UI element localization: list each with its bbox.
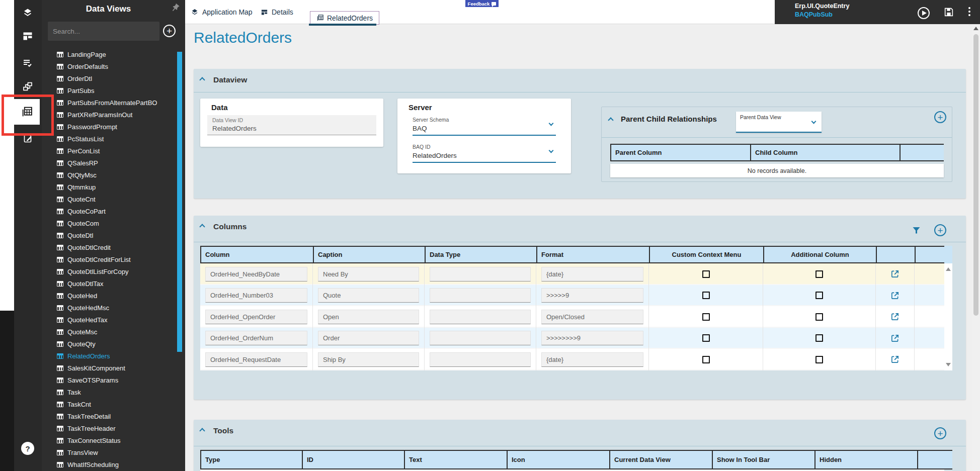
sidebar-item[interactable]: QuoteCom: [42, 217, 177, 229]
sidebar-item[interactable]: QuoteDtlCreditForList: [42, 253, 177, 265]
sidebar-item[interactable]: TaxConnectStatus: [42, 434, 177, 446]
data-type-cell[interactable]: [430, 352, 531, 367]
collapse-chevron-icon[interactable]: [199, 77, 205, 82]
column-header[interactable]: Format: [536, 246, 649, 263]
sidebar-item[interactable]: TaskCnt: [42, 398, 177, 410]
tab-relatedorders-active[interactable]: RelatedOrders: [310, 11, 379, 25]
data-views-rail-button-active[interactable]: [14, 99, 40, 125]
add-tool-button[interactable]: +: [934, 427, 946, 439]
sidebar-item[interactable]: QuoteCoPart: [42, 205, 177, 217]
sidebar-item[interactable]: LandingPage: [42, 48, 177, 60]
format-cell[interactable]: {date}: [541, 352, 643, 367]
column-cell[interactable]: OrderHed_Number03: [205, 288, 307, 303]
table-row[interactable]: OrderHed_OrderNum Order >>>>>>>>9: [200, 328, 944, 349]
list-check-icon[interactable]: [22, 57, 34, 69]
data-type-cell[interactable]: [430, 288, 531, 303]
sidebar-item[interactable]: QuoteQty: [42, 338, 177, 350]
add-column-button[interactable]: +: [934, 224, 946, 236]
additional-column-checkbox[interactable]: [815, 334, 823, 342]
caption-cell[interactable]: Ship By: [318, 352, 419, 367]
column-header[interactable]: Current Data View: [609, 450, 712, 469]
open-detail-cell[interactable]: [876, 349, 915, 370]
caption-cell[interactable]: Open: [318, 310, 419, 324]
caption-cell[interactable]: Quote: [318, 288, 419, 303]
column-header[interactable]: Text: [404, 450, 507, 469]
scroll-up-icon[interactable]: [973, 27, 978, 30]
custom-context-menu-checkbox[interactable]: [702, 356, 710, 363]
sidebar-item[interactable]: TaskTreeDetail: [42, 410, 177, 422]
data-type-cell[interactable]: [430, 331, 531, 345]
table-row[interactable]: OrderHed_NeedByDate Need By {date}: [200, 263, 944, 285]
sidebar-item[interactable]: QuoteHedTax: [42, 314, 177, 326]
search-input[interactable]: [48, 22, 159, 41]
column-header[interactable]: Hidden: [814, 450, 917, 469]
sidebar-scrollbar-thumb[interactable]: [177, 52, 182, 352]
open-detail-cell[interactable]: [876, 306, 915, 328]
sidebar-item[interactable]: PartSubs: [42, 84, 177, 97]
sidebar-item[interactable]: SaveOTSParams: [42, 374, 177, 386]
column-header[interactable]: Column: [200, 246, 313, 263]
caption-cell[interactable]: Need By: [318, 267, 419, 281]
sidebar-item[interactable]: QuoteDtlCredit: [42, 241, 177, 253]
tab-details[interactable]: Details: [261, 0, 293, 24]
sidebar-item[interactable]: PerConList: [42, 145, 177, 157]
additional-column-checkbox[interactable]: [815, 292, 823, 299]
table-row[interactable]: OrderHed_OpenOrder Open Open/Closed: [200, 306, 944, 328]
overflow-menu-button[interactable]: [968, 7, 971, 18]
table-row[interactable]: OrderHed_Number03 Quote >>>>>9: [200, 285, 944, 307]
parent-data-view-select[interactable]: Parent Data View: [736, 112, 822, 133]
baq-id-select[interactable]: BAQ ID RelatedOrders: [413, 142, 556, 163]
page-scrollbar[interactable]: [972, 24, 980, 471]
column-cell[interactable]: OrderHed_NeedByDate: [205, 267, 307, 281]
column-header[interactable]: Type: [200, 450, 302, 469]
format-cell[interactable]: >>>>>9: [541, 288, 643, 303]
additional-column-checkbox[interactable]: [815, 270, 823, 278]
tab-application-map[interactable]: Application Map: [191, 0, 253, 24]
sidebar-item[interactable]: Qtmmkup: [42, 181, 177, 193]
column-header[interactable]: ID: [302, 450, 404, 469]
save-button[interactable]: [943, 7, 954, 18]
open-detail-cell[interactable]: [876, 285, 915, 307]
open-detail-cell[interactable]: [876, 328, 915, 349]
data-type-cell[interactable]: [430, 310, 531, 324]
collapse-chevron-icon[interactable]: [199, 428, 205, 433]
form-edit-icon[interactable]: [22, 133, 34, 145]
add-data-view-button[interactable]: +: [163, 25, 176, 37]
column-header[interactable]: [900, 144, 944, 161]
custom-context-menu-checkbox[interactable]: [702, 270, 710, 278]
column-header[interactable]: [917, 450, 952, 469]
sidebar-item[interactable]: RelatedOrders: [42, 350, 177, 362]
sidebar-item[interactable]: WhatIfScheduling: [42, 458, 177, 470]
scroll-up-icon[interactable]: [946, 267, 951, 271]
column-cell[interactable]: OrderHed_RequestDate: [205, 352, 307, 367]
layers-icon[interactable]: [22, 7, 34, 19]
sidebar-item[interactable]: QuoteHedMsc: [42, 302, 177, 314]
scroll-down-icon[interactable]: [946, 363, 951, 366]
collapse-chevron-icon[interactable]: [608, 117, 613, 123]
format-cell[interactable]: >>>>>>>>9: [541, 331, 643, 345]
column-header[interactable]: [915, 246, 944, 263]
column-cell[interactable]: OrderHed_OpenOrder: [205, 310, 307, 324]
column-header[interactable]: Parent Column: [610, 144, 750, 161]
column-header[interactable]: Custom Context Menu: [649, 246, 763, 263]
data-view-id-field[interactable]: Data View ID RelatedOrders: [207, 115, 376, 135]
filter-icon[interactable]: [913, 227, 920, 234]
sidebar-item[interactable]: Task: [42, 386, 177, 398]
sidebar-item[interactable]: PartXRefParamsInOut: [42, 109, 177, 121]
sidebar-item[interactable]: OrderDtl: [42, 72, 177, 84]
sidebar-item[interactable]: PartSubsFromAlternatePartBO: [42, 97, 177, 109]
column-header[interactable]: Icon: [507, 450, 609, 469]
table-scrollbar[interactable]: [944, 263, 952, 370]
sidebar-item[interactable]: QuoteCnt: [42, 193, 177, 205]
additional-column-checkbox[interactable]: [815, 313, 823, 321]
custom-context-menu-checkbox[interactable]: [702, 313, 710, 321]
column-header[interactable]: [876, 246, 915, 263]
caption-cell[interactable]: Order: [318, 331, 419, 345]
layout-icon[interactable]: [22, 30, 34, 42]
sidebar-item[interactable]: PasswordPrompt: [42, 121, 177, 133]
column-header[interactable]: Caption: [313, 246, 425, 263]
scrollbar-thumb[interactable]: [973, 34, 978, 316]
sidebar-item[interactable]: PcStatusList: [42, 133, 177, 145]
column-header[interactable]: Data Type: [425, 246, 536, 263]
format-cell[interactable]: {date}: [541, 267, 643, 281]
